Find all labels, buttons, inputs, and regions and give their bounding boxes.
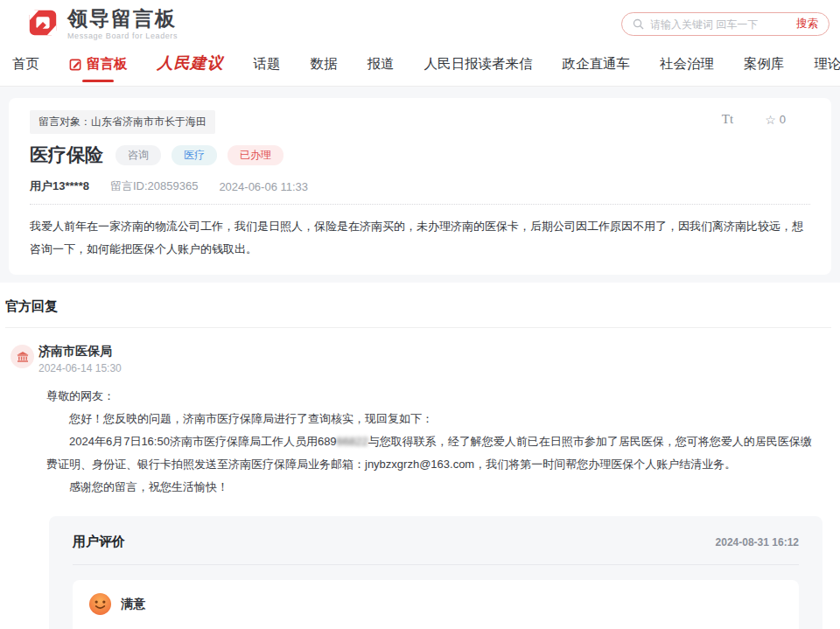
agency-avatar <box>10 345 34 368</box>
satisfied-face-icon <box>88 592 112 616</box>
nav-item-data[interactable]: 数据 <box>311 55 338 86</box>
message-tag-red: 已办理 <box>228 145 284 165</box>
agency-name: 济南市医保局 <box>38 344 831 360</box>
main-nav: 首页留言板人民建议话题数据报道人民日报读者来信政企直通车社会治理案例库理论 <box>0 48 840 87</box>
logo-title: 领导留言板 <box>67 8 178 29</box>
message-tag-blue: 医疗 <box>172 145 217 165</box>
favorite-count: 0 <box>780 113 786 126</box>
message-card: 留言对象：山东省济南市市长于海田 Tt ☆ 0 医疗保险 咨询医疗已办理 用户1… <box>9 98 831 275</box>
reply-paragraph: 您好！您反映的问题，济南市医疗保障局进行了查询核实，现回复如下： <box>46 408 822 430</box>
dotted-divider <box>30 204 810 205</box>
nav-item-gov-enterprise-express[interactable]: 政企直通车 <box>563 55 631 86</box>
message-date: 2024-06-06 11:33 <box>219 180 308 193</box>
message-user: 用户13****8 <box>30 178 89 194</box>
message-target-badge: 留言对象：山东省济南市市长于海田 <box>30 110 215 134</box>
message-id: 留言ID:20859365 <box>110 178 198 194</box>
redacted-phone: 66822 <box>337 435 368 448</box>
search-input[interactable] <box>650 18 790 31</box>
reply-divider <box>5 327 831 328</box>
logo-icon <box>26 6 60 43</box>
nav-item-peoples-suggestion[interactable]: 人民建议 <box>158 52 224 86</box>
official-reply-section: 官方回复 济南市医保局 2024-06-14 15:30 尊敬的网友： 您好！您… <box>0 283 840 629</box>
nav-item-message-board[interactable]: 留言板 <box>69 55 128 86</box>
nav-item-label: 话题 <box>254 55 281 73</box>
evaluation-divider <box>73 564 799 565</box>
favorite-button[interactable]: ☆ 0 <box>765 113 786 127</box>
evaluation-date: 2024-08-31 16:12 <box>716 536 799 549</box>
nav-item-case-library[interactable]: 案例库 <box>744 55 785 86</box>
government-building-icon <box>16 350 30 364</box>
logo-subtitle: Message Board for Leaders <box>67 31 178 40</box>
message-tags: 咨询医疗已办理 <box>116 145 284 165</box>
message-content: 我爱人前年在一家济南的物流公司工作，我们是日照人，保险是在济南买的，未办理济南的… <box>30 215 810 261</box>
nav-item-label: 报道 <box>368 55 395 73</box>
search-button[interactable]: 搜索 <box>796 17 818 31</box>
nav-item-label: 人民日报读者来信 <box>424 55 533 73</box>
nav-item-label: 首页 <box>12 55 39 73</box>
edit-board-icon <box>69 58 82 71</box>
favorite-star-icon: ☆ <box>765 113 776 127</box>
font-size-icon[interactable]: Tt <box>722 112 733 127</box>
evaluation-card: 满意 解决力度:★★★★★沟通态度:★★★★★办理时效:★★★★★ <box>73 580 799 629</box>
nav-item-home[interactable]: 首页 <box>12 55 39 86</box>
site-logo[interactable]: 领导留言板 Message Board for Leaders <box>26 6 178 43</box>
active-tab-underline <box>82 80 114 82</box>
nav-item-theory[interactable]: 理论 <box>815 55 840 86</box>
nav-item-social-governance[interactable]: 社会治理 <box>660 55 714 86</box>
reply-date: 2024-06-14 15:30 <box>38 362 831 374</box>
nav-item-label: 留言板 <box>87 55 128 73</box>
evaluation-verdict: 满意 <box>121 597 145 612</box>
reply-body: 尊敬的网友： 您好！您反映的问题，济南市医疗保障局进行了查询核实，现回复如下： … <box>46 385 822 499</box>
site-header: 领导留言板 Message Board for Leaders 搜索 <box>0 0 840 48</box>
search-icon <box>633 18 644 30</box>
message-title: 医疗保险 <box>30 143 103 167</box>
nav-item-label: 理论 <box>815 55 840 73</box>
official-reply-title: 官方回复 <box>5 290 831 315</box>
search-bar: 搜索 <box>621 12 830 36</box>
nav-item-label: 案例库 <box>744 55 785 73</box>
reply-paragraph: 尊敬的网友： <box>46 385 822 408</box>
nav-item-topics[interactable]: 话题 <box>254 55 281 86</box>
message-meta: 用户13****8 留言ID:20859365 2024-06-06 11:33 <box>30 178 810 194</box>
evaluation-title: 用户评价 <box>73 534 125 550</box>
message-tag-gray: 咨询 <box>116 145 161 165</box>
reply-paragraph: 2024年6月7日16:50济南市医疗保障局工作人员用68966822与您取得联… <box>46 430 822 476</box>
nav-item-label: 人民建议 <box>158 52 224 73</box>
user-evaluation-panel: 用户评价 2024-08-31 16:12 <box>49 516 822 629</box>
reply-block: 济南市医保局 2024-06-14 15:30 尊敬的网友： 您好！您反映的问题… <box>5 344 831 629</box>
nav-item-label: 数据 <box>311 55 338 73</box>
nav-item-label: 政企直通车 <box>563 55 631 73</box>
nav-item-label: 社会治理 <box>660 55 714 73</box>
reply-paragraph: 感谢您的留言，祝您生活愉快！ <box>46 476 822 499</box>
nav-item-reports[interactable]: 报道 <box>368 55 395 86</box>
nav-item-readers-letters[interactable]: 人民日报读者来信 <box>424 55 533 86</box>
message-section: 留言对象：山东省济南市市长于海田 Tt ☆ 0 医疗保险 咨询医疗已办理 用户1… <box>0 87 840 283</box>
